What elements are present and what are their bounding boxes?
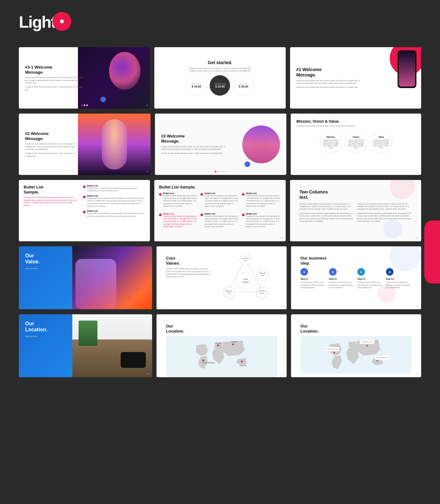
blue-dot <box>245 161 250 167</box>
slide-number: 6 <box>417 170 419 173</box>
slide-title: #1 WelcomeMessage. <box>296 67 362 78</box>
portrait-gradient <box>242 126 280 163</box>
logo-dot-inner <box>60 20 64 23</box>
bullet-dot-accent <box>159 214 162 216</box>
svg-text:here: here <box>227 292 230 294</box>
pricing-content: Get started. A peep at some distant orb … <box>186 60 254 96</box>
bullet-body: A peep at some distant orb has power to … <box>246 194 281 208</box>
neon-photo <box>78 114 150 175</box>
bullet-label-accent: Bullet List <box>163 213 198 215</box>
slide-bullet-grid[interactable]: Bullet List Sample. Bullet List A peep a… <box>154 180 285 241</box>
slide-title: #3 WelcomeMessage. <box>161 134 227 143</box>
price-value-pro: $ 30.00 <box>239 85 248 88</box>
plant <box>79 321 97 346</box>
slide-number: 11 <box>416 237 419 239</box>
svg-point-31 <box>333 352 335 353</box>
svg-text:Values: Values <box>242 281 249 283</box>
tablet-silhouette <box>75 259 116 309</box>
mission-circle: Mission A peep at some distant orb has p… <box>320 131 342 153</box>
bullet-grid: Bullet List A peep at some distant orb h… <box>159 192 281 231</box>
slide-title: Our businessstep. <box>300 256 412 266</box>
step-1-icon: ➤ <box>300 268 308 276</box>
bullet-grid-item-6: Bullet List A peep at some distant orb h… <box>242 213 281 228</box>
value-body: A peep at some distant orb has power to … <box>372 139 390 148</box>
bullet-label-2: Bullet List <box>87 195 145 197</box>
core-values-left: CoreValues. A peep at some distant orb h… <box>166 256 211 300</box>
col-left: A peep at some distant orb has power to … <box>300 203 354 223</box>
page-dot-2 <box>217 171 219 172</box>
slide-location-info[interactable]: OurLocation. Capital City, Co <box>291 314 421 377</box>
slide-content: #3-1 WelcomeMessage. A peep at some dist… <box>25 65 85 91</box>
step-2-body: A peep at some distant orb has power to … <box>329 281 355 289</box>
bullet-dot-1 <box>83 186 85 188</box>
page-dot-5 <box>225 171 227 172</box>
value-circle: Value A peep at some distant orb has pow… <box>370 131 392 153</box>
logo-area: Light <box>19 13 421 31</box>
slide-location-map-1[interactable]: OurLocation. <box>157 314 287 377</box>
bullet-label: Bullet List <box>205 192 239 194</box>
vision-circle: Vision A peep at some distant orb has po… <box>345 131 367 153</box>
price-box-pro: PRO PLAN $ 30.00 <box>233 75 254 96</box>
bullet-label: Bullet List <box>246 213 281 215</box>
svg-point-35 <box>377 360 378 362</box>
slide-body: A peep at some distant orb has power to … <box>161 145 227 151</box>
bullet-item-2: Bullet List Apparently we had reached a … <box>83 195 145 208</box>
slide-number: 4 <box>146 170 148 173</box>
page-dot-1 <box>215 171 217 172</box>
step-3-body: A peep at some distant orb has power to … <box>357 281 383 289</box>
slide-number: 2 <box>282 104 283 107</box>
slide-row-2: #2 WelcomeMessage. A peep at some distan… <box>19 114 421 175</box>
core-values-svg: Core Values Write title here Write title… <box>222 254 269 301</box>
world-map-svg-2: Capital City, Country 2500 California St… <box>303 339 409 370</box>
slide-grid: #3-1 WelcomeMessage. A peep at some dist… <box>19 47 421 377</box>
mission-label: Mission <box>327 136 335 138</box>
slide-body-2: A peep at some distant will has power to… <box>296 86 362 88</box>
value-label: Value <box>378 136 384 138</box>
slide-welcome-2[interactable]: #2 WelcomeMessage. A peep at some distan… <box>19 114 151 175</box>
slide-welcome-3[interactable]: #3 WelcomeMessage. A peep at some distan… <box>155 114 287 175</box>
slide-welcome-3-1[interactable]: #3-1 WelcomeMessage. A peep at some dist… <box>19 47 150 109</box>
pagination <box>215 171 227 172</box>
bullet-label: Bullet List <box>246 192 281 194</box>
bullet-body-1: A peep at some distant orb has power to … <box>87 187 145 192</box>
slide-number: 14 <box>281 305 284 307</box>
svg-point-18 <box>217 344 219 346</box>
slide-business-step[interactable]: Our businessstep. ➤ Step #1 A peep at so… <box>291 246 421 309</box>
slide-body: A peep at some distant orb has power to … <box>25 143 79 150</box>
step-1-label: Step #1 <box>300 278 327 280</box>
svg-text:2500 California Street: 2500 California Street <box>327 349 338 350</box>
bullet-layout: Bullet ListSample. A peep at some distan… <box>24 185 145 237</box>
page-dot-2 <box>84 104 85 106</box>
svg-text:South America: South America <box>203 362 215 364</box>
price-box-basic: BASIC PLAN $ 16.50 <box>186 75 206 96</box>
mission-body: A peep at some distant orb has power to … <box>322 139 340 148</box>
bullet-body-2: Apparently we had reached a great height… <box>87 197 145 208</box>
slide-mvv[interactable]: Mission, Vision & Value. A peep at some … <box>291 114 421 175</box>
slide-our-value[interactable]: OurValue. About text here 13 <box>19 246 152 309</box>
svg-text:Write title: Write title <box>259 272 266 274</box>
slide-core-values[interactable]: CoreValues. A peep at some distant orb h… <box>157 246 287 309</box>
svg-point-27 <box>366 345 368 347</box>
bullet-grid-item-2: Bullet List A peep at some distant orb h… <box>201 192 239 208</box>
col-right-body-2: Apparently we had reached a great height… <box>357 212 412 223</box>
step-4-body: A peep at some distant orb has power to … <box>386 281 412 289</box>
slide-subtitle: About text here <box>25 267 74 270</box>
svg-text:Capital City, Country: Capital City, Country <box>361 341 372 343</box>
slide-two-columns[interactable]: Two Columnstext. A peep at some distant … <box>290 180 421 241</box>
slide-get-started[interactable]: Get started. A peep at some distant orb … <box>154 47 285 109</box>
slide-content: #2 WelcomeMessage. A peep at some distan… <box>25 131 79 157</box>
slide-bullet-left[interactable]: Bullet ListSample. A peep at some distan… <box>19 180 150 241</box>
svg-point-16 <box>202 360 204 361</box>
bullet-body-accent: A peep at some distant orb has power to … <box>163 215 198 228</box>
bullet-body: A peep at some distant orb has power to … <box>205 194 239 208</box>
portrait-circle <box>109 52 140 90</box>
slide-number: 13 <box>147 305 150 307</box>
bullet-grid-item-3: Bullet List A peep at some distant orb h… <box>242 192 281 208</box>
slide-row-5: OurLocation. Write text here 21 OurLocat… <box>19 314 421 377</box>
slide-number: 7 <box>146 237 147 239</box>
bullet-dot <box>201 214 203 216</box>
mvv-circles: Mission A peep at some distant orb has p… <box>296 131 415 153</box>
slide-our-location-blue[interactable]: OurLocation. Write text here 21 <box>19 314 152 377</box>
slide-welcome-1[interactable]: #1 WelcomeMessage. A peep at some distan… <box>290 47 421 109</box>
slide-body: A peep at some distant orb has power to … <box>296 79 362 85</box>
